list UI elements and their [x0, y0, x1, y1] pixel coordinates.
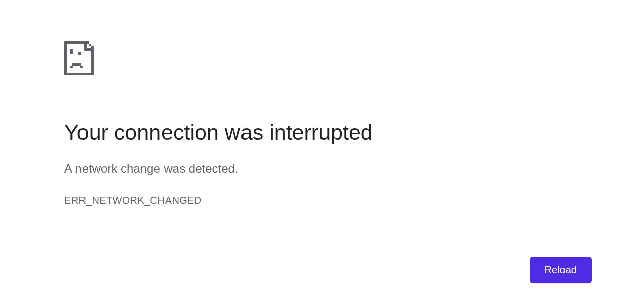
- svg-rect-7: [87, 41, 89, 44]
- svg-rect-11: [72, 63, 81, 66]
- error-subtext: A network change was detected.: [64, 160, 517, 177]
- error-heading: Your connection was interrupted: [64, 120, 517, 146]
- sad-document-icon: [64, 41, 517, 75]
- reload-button[interactable]: Reload: [530, 257, 592, 283]
- error-code: ERR_NETWORK_CHANGED: [64, 195, 517, 206]
- svg-rect-9: [70, 49, 73, 54]
- svg-rect-3: [91, 48, 94, 75]
- svg-rect-2: [64, 73, 94, 75]
- svg-rect-13: [80, 66, 83, 68]
- svg-rect-12: [70, 66, 73, 68]
- svg-rect-6: [89, 44, 91, 46]
- svg-rect-10: [78, 52, 81, 55]
- svg-rect-1: [64, 41, 67, 75]
- error-page-content: Your connection was interrupted A networ…: [64, 41, 517, 206]
- svg-rect-0: [64, 41, 87, 44]
- svg-rect-8: [91, 46, 94, 49]
